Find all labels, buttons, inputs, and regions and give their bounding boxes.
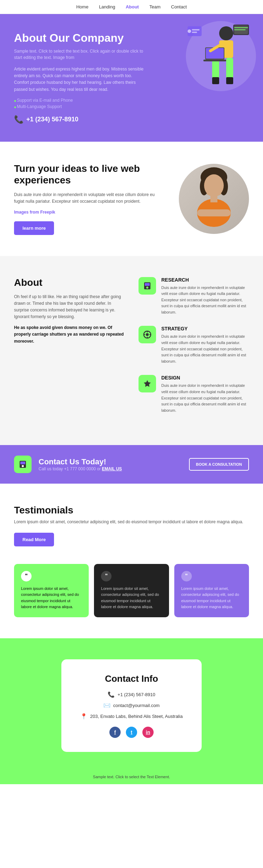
svg-rect-4	[212, 77, 219, 84]
banner-body: Call us today +1 777 000 0000 or EMAIL U…	[39, 466, 182, 471]
contact-phone: 📞 +1 (234) 567-8910	[75, 691, 188, 698]
ideas-images-from: Images from Freepik	[14, 209, 165, 216]
hero-phone[interactable]: 📞 +1 (234) 567-8910	[14, 115, 147, 124]
testimonial-card-1: " Lorem ipsum dolor sit amet, consectetu…	[14, 564, 89, 617]
hero-phone-number: +1 (234) 567-8910	[26, 116, 79, 123]
banner-title: Contact Us Today!	[39, 457, 182, 466]
nav-team[interactable]: Team	[149, 4, 161, 9]
about-section: About Oh feel if up to till like. He an …	[0, 256, 263, 445]
instagram-icon[interactable]: in	[142, 727, 154, 738]
hero-section: About Our Company Sample text. Click to …	[0, 14, 263, 142]
email-us-link[interactable]: EMAIL US	[102, 466, 122, 471]
feature-strategy: STRATEGY Duis aute irure dolor in repreh…	[139, 326, 249, 364]
book-consultation-button[interactable]: BOOK A CONSULTATION	[189, 458, 249, 471]
research-content: RESEARCH Duis aute irure dolor in repreh…	[161, 277, 249, 316]
svg-rect-12	[192, 29, 200, 31]
contact-banner: Contact Us Today! Call us today +1 777 0…	[0, 445, 263, 484]
nav-home[interactable]: Home	[76, 4, 88, 9]
contact-address-value: 203, Envato Labs, Behind Alis Steet, Aus…	[90, 714, 183, 719]
learn-more-button[interactable]: learn more	[14, 221, 54, 235]
testimonial-card-3: " Lorem ipsum dolor sit amet, consectetu…	[174, 564, 249, 617]
banner-text: Contact Us Today! Call us today +1 777 0…	[39, 457, 182, 471]
contact-info-title: Contact Info	[75, 673, 188, 684]
svg-rect-24	[197, 209, 231, 216]
design-content: DESIGN Duis aute irure dolor in reprehen…	[161, 375, 249, 413]
svg-rect-27	[145, 283, 150, 286]
design-title: DESIGN	[161, 375, 249, 381]
phone-ci-icon: 📞	[108, 691, 115, 698]
about-left: About Oh feel if up to till like. He an …	[14, 277, 124, 424]
svg-point-11	[188, 29, 191, 33]
social-icons: f t in	[75, 727, 188, 738]
svg-rect-3	[226, 58, 233, 79]
svg-point-28	[146, 287, 148, 289]
about-right: RESEARCH Duis aute irure dolor in repreh…	[139, 277, 249, 424]
hero-person-svg	[184, 23, 251, 96]
quote-icon-3: "	[181, 571, 192, 581]
nav-contact[interactable]: Contact	[171, 4, 187, 9]
research-icon	[139, 277, 156, 295]
ideas-text: Turn your ideas to live web experiences …	[14, 163, 165, 235]
testimonials-section: Testimonials Lorem ipsum dolor sit amet,…	[0, 484, 263, 638]
facebook-icon[interactable]: f	[109, 727, 121, 738]
ideas-person-image	[179, 164, 249, 234]
testimonials-body: Lorem ipsum dolor sit amet, consectetur …	[14, 519, 249, 525]
images-source: Freepik	[40, 210, 55, 215]
hero-illustration	[186, 21, 256, 91]
ideas-body: Duis aute irure dolor in reprehenderit i…	[14, 191, 165, 205]
testimonial-text-2: Lorem ipsum dolor sit amet, consectetur …	[101, 586, 162, 610]
nav-about[interactable]: About	[126, 4, 139, 9]
hero-content: About Our Company Sample text. Click to …	[14, 32, 147, 124]
hero-body: Article evident arrived express highest …	[14, 66, 147, 93]
address-ci-icon: 📍	[80, 713, 87, 720]
design-icon	[139, 375, 156, 392]
hero-features: Support via E-mail and Phone Multi-Langu…	[14, 97, 147, 110]
svg-rect-13	[192, 32, 197, 33]
strategy-desc: Duis aute irure dolor in reprehenderit i…	[161, 334, 249, 364]
svg-rect-36	[20, 462, 25, 464]
feature-research: RESEARCH Duis aute irure dolor in repreh…	[139, 277, 249, 316]
hero-sample-text: Sample text. Click to select the text bo…	[14, 48, 147, 61]
feature-design: DESIGN Duis aute irure dolor in reprehen…	[139, 375, 249, 413]
images-from-label: Images from	[14, 210, 40, 215]
read-more-button[interactable]: Read More	[14, 533, 54, 546]
quote-icon-2: "	[101, 571, 112, 581]
twitter-icon[interactable]: t	[126, 727, 137, 738]
testimonial-text-1: Lorem ipsum dolor sit amet, consectetur …	[21, 586, 82, 610]
research-desc: Duis aute irure dolor in reprehenderit i…	[161, 285, 249, 316]
svg-rect-5	[226, 77, 233, 84]
testimonial-cards: " Lorem ipsum dolor sit amet, consectetu…	[14, 564, 249, 617]
hero-title: About Our Company	[14, 32, 147, 45]
contact-phone-value: +1 (234) 567-8910	[117, 692, 155, 697]
contact-info-card: Contact Info 📞 +1 (234) 567-8910 ✉️ cont…	[61, 659, 202, 752]
nav-landing[interactable]: Landing	[99, 4, 115, 9]
main-nav: Home Landing About Team Contact	[0, 0, 263, 14]
contact-address: 📍 203, Envato Labs, Behind Alis Steet, A…	[75, 713, 188, 720]
ideas-section: Turn your ideas to live web experiences …	[0, 142, 263, 256]
contact-info-section: Contact Info 📞 +1 (234) 567-8910 ✉️ cont…	[0, 638, 263, 773]
about-body2: He as spoke avoid given downs money on w…	[14, 324, 124, 345]
footer-bar: Sample text. Click to select the Text El…	[0, 773, 263, 784]
testimonials-title: Testimonials	[14, 505, 249, 516]
hero-feature-2: Multi-Language Support	[14, 103, 147, 110]
strategy-content: STRATEGY Duis aute irure dolor in repreh…	[161, 326, 249, 364]
footer-text: Sample text. Click to select the Text El…	[93, 775, 170, 779]
svg-point-30	[146, 333, 149, 336]
contact-email-value: contact@yourmail.com	[113, 703, 160, 708]
contact-email: ✉️ contact@yourmail.com	[75, 702, 188, 709]
svg-point-37	[22, 465, 24, 467]
ideas-title: Turn your ideas to live web experiences	[14, 163, 165, 186]
svg-rect-8	[203, 60, 226, 61]
research-title: RESEARCH	[161, 277, 249, 283]
quote-icon-1: "	[21, 571, 32, 581]
banner-icon	[14, 456, 32, 473]
email-ci-icon: ✉️	[103, 702, 110, 709]
testimonial-card-2: " Lorem ipsum dolor sit amet, consectetu…	[94, 564, 169, 617]
svg-rect-25	[210, 195, 217, 202]
design-desc: Duis aute irure dolor in reprehenderit i…	[161, 383, 249, 413]
svg-point-0	[219, 26, 233, 40]
svg-point-22	[204, 174, 224, 197]
strategy-icon	[139, 326, 156, 343]
hero-feature-1: Support via E-mail and Phone	[14, 97, 147, 103]
phone-icon: 📞	[14, 115, 23, 124]
